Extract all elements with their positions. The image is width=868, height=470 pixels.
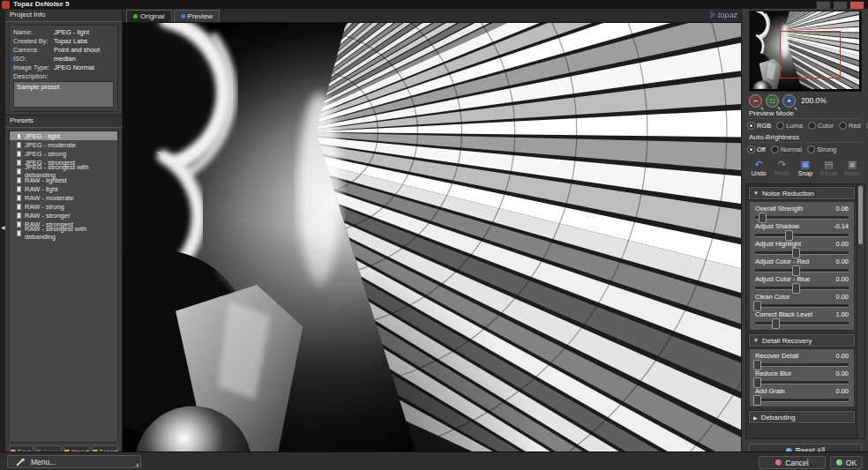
project-info-header: Project Info (5, 9, 122, 22)
preset-list-item[interactable]: RAW - strong (10, 202, 117, 211)
slider-label: Recover Detail (755, 352, 798, 360)
section-header-debanding[interactable]: ▶Debanding (749, 411, 855, 423)
menu-button[interactable]: Menu... (7, 455, 141, 468)
field-value: Topaz Labs (54, 37, 87, 46)
slider-track[interactable] (755, 322, 849, 325)
slider-handle[interactable] (753, 301, 761, 311)
preset-list: JPEG - lightJPEG - moderateJPEG - strong… (9, 131, 118, 443)
tab-original[interactable]: Original (126, 10, 172, 22)
slider-track[interactable] (755, 399, 849, 402)
description-field[interactable]: Sample preset (13, 81, 114, 108)
adjustments-scrollbar[interactable] (857, 184, 864, 438)
navigator-thumbnail[interactable] (749, 11, 862, 92)
preset-label: RAW - moderate (25, 194, 74, 202)
adjustment-sections: ▼Noise ReductionOverall Strength0.06Adju… (746, 187, 857, 423)
redo-arrow-icon: ↷ (778, 159, 786, 169)
slider-track[interactable] (755, 304, 849, 308)
redo-button: ↷Redo (770, 159, 793, 180)
center-area: Original Preview topaz (123, 9, 741, 451)
preset-list-item[interactable]: RAW - stronger (10, 211, 117, 220)
radio-option-strong[interactable]: Strong (807, 145, 836, 153)
right-panel: −□+200.0% Preview Mode RGBLumaColorRedBl… (741, 9, 868, 451)
preset-doc-icon (17, 177, 21, 183)
slider-track[interactable] (755, 287, 849, 290)
auto-brightness-options: OffNormalStrong (747, 145, 864, 154)
slider-track[interactable] (755, 234, 849, 237)
slider-row-top: Adjust Highlight0.00 (755, 240, 849, 248)
radio-option-red[interactable]: Red (839, 122, 861, 130)
slider-value: 0.00 (835, 387, 849, 395)
zoom-fit-icon[interactable]: □ (766, 94, 779, 108)
radio-label: Color (818, 122, 834, 130)
preset-list-item[interactable]: JPEG - strong (10, 149, 117, 158)
slider-row-top: Clean Color0.00 (755, 293, 849, 301)
collapse-left-panel-arrow[interactable]: ◀ (1, 225, 5, 230)
undo-button[interactable]: ↶Undo (747, 159, 770, 180)
field-label: Image Type: (13, 63, 54, 72)
preset-list-item[interactable]: RAW - strongest with debanding (10, 228, 117, 237)
slider-track[interactable] (755, 381, 849, 384)
slider-handle[interactable] (792, 248, 800, 258)
radio-option-normal[interactable]: Normal (771, 145, 802, 153)
navigator-view-rect[interactable] (780, 31, 841, 78)
slider-handle[interactable] (759, 213, 767, 223)
radio-option-color[interactable]: Color (808, 122, 834, 130)
slider-track[interactable] (755, 269, 849, 272)
radio-circle-icon (839, 122, 847, 130)
ok-button[interactable]: OK (830, 456, 863, 469)
project-info-row: Name:JPEG - light (13, 28, 114, 37)
radio-option-rgb[interactable]: RGB (747, 122, 771, 130)
topaz-logo-text: topaz (718, 11, 737, 19)
slider-track[interactable] (755, 251, 849, 255)
adjustments-panel: ▼Noise ReductionOverall Strength0.06Adju… (745, 183, 865, 439)
tab-original-label: Original (140, 12, 165, 20)
preset-list-item[interactable]: RAW - moderate (10, 193, 117, 202)
section-header-noise-reduction[interactable]: ▼Noise Reduction (749, 187, 855, 199)
slider-handle[interactable] (785, 230, 793, 241)
slider-handle[interactable] (753, 395, 761, 406)
preset-label: RAW - strong (25, 203, 64, 211)
snap-button[interactable]: ▣Snap (794, 159, 817, 180)
slider-track[interactable] (755, 363, 849, 367)
preview-mode-header: Preview Mode (749, 109, 862, 119)
tab-preview-label: Preview (188, 12, 213, 20)
preset-list-item[interactable]: JPEG - light (10, 131, 117, 140)
wrench-icon (15, 458, 26, 467)
recall-icon: ▤ (824, 159, 833, 169)
zoom-out-icon[interactable]: − (749, 94, 762, 108)
slider-handle[interactable] (792, 265, 800, 276)
tool-label: Recall (820, 170, 837, 176)
cancel-button[interactable]: Cancel (759, 456, 826, 469)
radio-label: Strong (817, 145, 836, 153)
radio-option-off[interactable]: Off (747, 145, 766, 153)
slider-value: 0.00 (835, 240, 849, 248)
window-title: Topaz DeNoise 5 (13, 0, 69, 9)
slider-row-top: Adjust Shadow-0.14 (755, 222, 849, 230)
slider-track[interactable] (755, 216, 849, 220)
preset-list-item[interactable]: JPEG - moderate (10, 140, 117, 149)
image-canvas[interactable] (123, 23, 741, 452)
snapshot-icon: ▣ (801, 159, 810, 169)
slider-row: Add Grain0.00 (750, 387, 854, 405)
slider-row: Adjust Color - Blue0.00 (750, 275, 854, 293)
slider-label: Add Grain (755, 387, 785, 395)
preset-list-item[interactable]: RAW - light (10, 184, 117, 193)
radio-circle-icon (807, 145, 815, 153)
slider-row: Correct Black Level1.00 (750, 310, 854, 328)
scrollbar-thumb[interactable] (858, 186, 863, 244)
slider-handle[interactable] (772, 318, 780, 329)
tab-preview[interactable]: Preview (174, 10, 220, 22)
topaz-brand-logo: topaz (710, 11, 737, 19)
section-expanded-triangle-icon: ▼ (753, 190, 759, 196)
section-title: Debanding (761, 414, 796, 422)
section-header-detail-recovery[interactable]: ▼Detail Recovery (749, 334, 855, 347)
field-label: ISO: (13, 55, 54, 63)
radio-option-luma[interactable]: Luma (776, 122, 803, 130)
zoom-in-icon[interactable]: + (782, 94, 796, 108)
preset-list-item[interactable]: JPEG - strongest with debanding (10, 167, 117, 175)
description-label: Description: (13, 72, 114, 81)
slider-handle[interactable] (753, 360, 761, 370)
radio-circle-icon (776, 122, 784, 130)
slider-handle[interactable] (792, 283, 800, 294)
slider-handle[interactable] (753, 377, 761, 388)
